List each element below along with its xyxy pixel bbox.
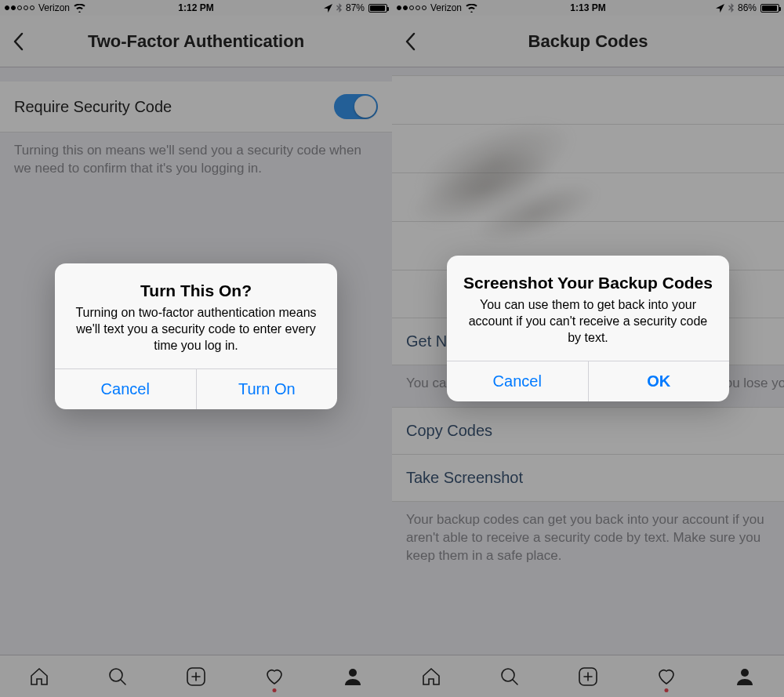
cancel-button[interactable]: Cancel [447,361,589,401]
phone-left-two-factor: Verizon 1:12 PM 87% Two-Factor A [0,0,392,697]
alert-text: You can use them to get back into your a… [463,297,713,346]
cancel-button[interactable]: Cancel [55,369,197,409]
ok-button[interactable]: OK [589,361,730,401]
alert-dialog: Turn This On? Turning on two-factor auth… [55,263,337,409]
alert-dialog: Screenshot Your Backup Codes You can use… [447,256,729,401]
phone-right-backup-codes: Verizon 1:13 PM 86% Backup Codes [392,0,784,697]
turn-on-button[interactable]: Turn On [197,369,338,409]
alert-title: Turn This On? [71,281,321,300]
alert-text: Turning on two-factor authentication mea… [71,305,321,354]
alert-title: Screenshot Your Backup Codes [463,273,713,292]
